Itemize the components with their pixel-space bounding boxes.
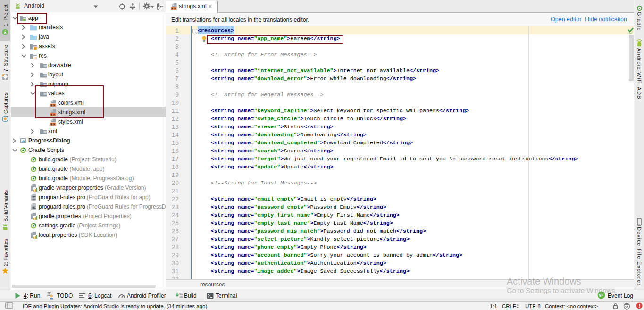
svg-text:10: 10 <box>179 295 183 299</box>
